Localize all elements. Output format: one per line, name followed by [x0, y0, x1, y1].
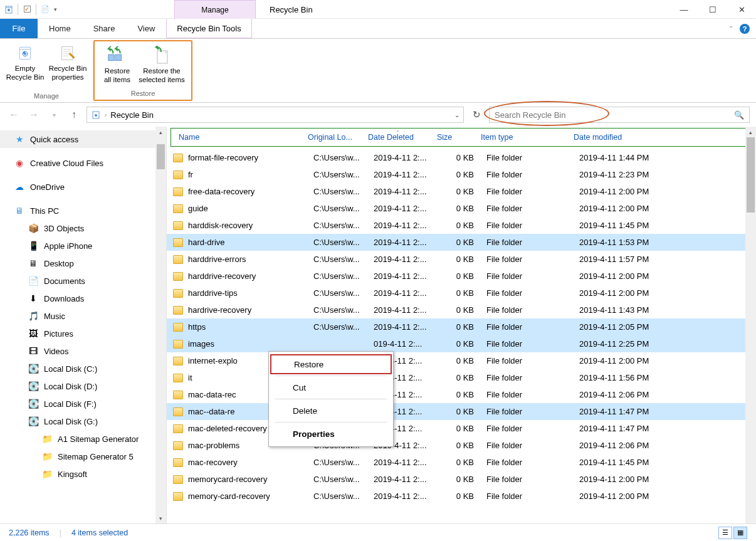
- table-row[interactable]: mac-recoveryC:\Users\w...2019-4-11 2:...…: [167, 454, 745, 471]
- sidebar-creative-cloud[interactable]: ◉Creative Cloud Files: [0, 154, 166, 172]
- qat-folder-icon[interactable]: 📄: [39, 3, 51, 16]
- table-row[interactable]: mac-deleted-recoveryC:\Users\w...019-4-1…: [167, 420, 745, 437]
- sidebar-subitem[interactable]: 📁Sitemap Generator 5: [0, 448, 166, 465]
- help-icon[interactable]: ?: [740, 24, 750, 34]
- table-row[interactable]: mac-problemsC:\Users\w...2019-4-11 2:...…: [167, 437, 745, 454]
- sidebar-item[interactable]: 🖥Desktop: [0, 255, 166, 272]
- sidebar-item[interactable]: 💽Local Disk (F:): [0, 395, 166, 412]
- col-size[interactable]: Size: [432, 133, 476, 142]
- table-row[interactable]: mac--data-re019-4-11 2:...0 KBFile folde…: [167, 403, 745, 420]
- qat-checkbox-icon[interactable]: ✓: [21, 3, 33, 16]
- address-bar[interactable]: › Recycle Bin ⌄: [87, 107, 464, 123]
- sidebar-subitem[interactable]: 📁A1 Sitemap Generator: [0, 430, 166, 448]
- table-row[interactable]: hardrive-recoveryC:\Users\w...2019-4-11 …: [167, 302, 745, 318]
- minimize-button[interactable]: —: [669, 0, 698, 19]
- properties-icon: [58, 43, 78, 63]
- folder-icon: [173, 323, 183, 332]
- thumbnail-view-button[interactable]: ▦: [733, 527, 747, 539]
- table-row[interactable]: harddrive-errorsC:\Users\w...2019-4-11 2…: [167, 251, 745, 268]
- sidebar-item[interactable]: 🎞Videos: [0, 342, 166, 360]
- sidebar-item[interactable]: 📦3D Objects: [0, 219, 166, 237]
- sidebar-item[interactable]: 🎵Music: [0, 307, 166, 325]
- sidebar-quick-access[interactable]: ★Quick access: [0, 130, 166, 148]
- table-row[interactable]: mac-data-rec019-4-11 2:...0 KBFile folde…: [167, 386, 745, 403]
- nav-icon: ⬇: [28, 293, 39, 304]
- ribbon-collapse-icon[interactable]: ⌃: [728, 25, 733, 32]
- maximize-button[interactable]: ☐: [698, 0, 727, 19]
- cell-modified: 2019-4-11 2:00 PM: [579, 288, 686, 298]
- table-row[interactable]: it019-4-11 2:...0 KBFile folder2019-4-11…: [167, 369, 745, 386]
- table-row[interactable]: harddrive-tipsC:\Users\w...2019-4-11 2:.…: [167, 285, 745, 302]
- search-bar[interactable]: 🔍: [489, 107, 750, 123]
- table-row[interactable]: harddrive-recoveryC:\Users\w...2019-4-11…: [167, 268, 745, 285]
- recycle-bin-properties-button[interactable]: Recycle Bin properties: [46, 41, 89, 81]
- restore-all-button[interactable]: Restore all items: [98, 44, 136, 84]
- sidebar-subitem[interactable]: 📁Kingsoft: [0, 465, 166, 483]
- tab-recycle-bin-tools[interactable]: Recycle Bin Tools: [166, 19, 251, 38]
- table-row[interactable]: hard-driveC:\Users\w...2019-4-11 2:...0 …: [167, 234, 745, 251]
- search-input[interactable]: [495, 110, 734, 120]
- scroll-up-icon[interactable]: ▴: [155, 127, 166, 137]
- scrollbar-thumb[interactable]: [157, 144, 165, 169]
- file-list: Name Original Lo... ⌄Date Deleted Size I…: [167, 127, 756, 523]
- restore-selected-button[interactable]: Restore the selected items: [136, 44, 187, 84]
- sidebar-item[interactable]: 💽Local Disk (G:): [0, 412, 166, 430]
- table-row[interactable]: httpsC:\Users\w...2019-4-11 2:...0 KBFil…: [167, 318, 745, 335]
- restore-selected-icon: [152, 45, 172, 65]
- breadcrumb-location[interactable]: Recycle Bin: [110, 110, 154, 120]
- table-row[interactable]: internet-explo019-4-11 2:...0 KBFile fol…: [167, 352, 745, 369]
- scroll-up-icon[interactable]: ▴: [745, 127, 756, 137]
- col-date-deleted[interactable]: ⌄Date Deleted: [363, 133, 432, 142]
- cell-type: File folder: [486, 407, 579, 416]
- context-cut[interactable]: Cut: [270, 377, 392, 397]
- col-name[interactable]: Name: [174, 133, 303, 142]
- sidebar-onedrive[interactable]: ☁OneDrive: [0, 178, 166, 196]
- search-icon[interactable]: 🔍: [734, 110, 744, 120]
- scrollbar-thumb[interactable]: [747, 137, 755, 213]
- chevron-right-icon[interactable]: ›: [105, 112, 107, 118]
- address-dropdown[interactable]: ⌄: [454, 112, 459, 118]
- col-item-type[interactable]: Item type: [476, 133, 569, 142]
- main: ★Quick access ◉Creative Cloud Files ☁One…: [0, 127, 756, 523]
- col-original-location[interactable]: Original Lo...: [303, 133, 363, 142]
- tab-share[interactable]: Share: [82, 19, 127, 38]
- empty-recycle-bin-button[interactable]: Empty Recycle Bin: [4, 41, 46, 81]
- nav-icon: 📱: [28, 240, 39, 251]
- table-row[interactable]: format-file-recoveryC:\Users\w...2019-4-…: [167, 149, 745, 166]
- table-row[interactable]: images019-4-11 2:...0 KBFile folder2019-…: [167, 335, 745, 352]
- sidebar-item[interactable]: 💽Local Disk (C:): [0, 360, 166, 377]
- table-row[interactable]: memorycard-recoveryC:\Users\w...2019-4-1…: [167, 471, 745, 488]
- col-date-modified[interactable]: Date modified: [569, 133, 675, 142]
- sidebar-scrollbar[interactable]: ▴ ▾: [155, 127, 166, 523]
- context-restore[interactable]: Restore: [270, 354, 392, 374]
- nav-forward-button[interactable]: →: [26, 107, 41, 122]
- context-properties[interactable]: Properties: [270, 424, 392, 444]
- close-button[interactable]: ✕: [727, 0, 756, 19]
- table-row[interactable]: guideC:\Users\w...2019-4-11 2:...0 KBFil…: [167, 200, 745, 217]
- table-row[interactable]: harddisk-recoveryC:\Users\w...2019-4-11 …: [167, 217, 745, 234]
- sidebar-item[interactable]: ⬇Downloads: [0, 290, 166, 307]
- table-row[interactable]: memory-card-recoveryC:\Users\w...2019-4-…: [167, 488, 745, 505]
- sidebar-item[interactable]: 🖼Pictures: [0, 325, 166, 342]
- nav-up-button[interactable]: ↑: [66, 107, 81, 122]
- cell-modified: 2019-4-11 1:43 PM: [579, 305, 686, 315]
- sidebar-item[interactable]: 💽Local Disk (D:): [0, 377, 166, 395]
- list-scrollbar[interactable]: ▴: [745, 127, 756, 523]
- sidebar-item[interactable]: 📄Documents: [0, 272, 166, 290]
- sidebar-item[interactable]: 📱Apple iPhone: [0, 237, 166, 255]
- details-view-button[interactable]: ☰: [718, 527, 732, 539]
- nav-history-dropdown[interactable]: ▾: [46, 107, 61, 122]
- tab-view[interactable]: View: [126, 19, 166, 38]
- sidebar-this-pc[interactable]: 🖥This PC: [0, 202, 166, 219]
- scroll-down-icon[interactable]: ▾: [155, 513, 166, 523]
- table-row[interactable]: frC:\Users\w...2019-4-11 2:...0 KBFile f…: [167, 166, 745, 183]
- tab-home[interactable]: Home: [38, 19, 82, 38]
- table-row[interactable]: free-data-recoveryC:\Users\w...2019-4-11…: [167, 183, 745, 200]
- context-delete[interactable]: Delete: [270, 401, 392, 421]
- refresh-button[interactable]: ↻: [469, 109, 484, 120]
- tab-file[interactable]: File: [0, 19, 38, 38]
- nav-back-button[interactable]: ←: [6, 107, 21, 122]
- cell-modified: 2019-4-11 2:05 PM: [579, 322, 686, 332]
- qat-dropdown[interactable]: ▾: [53, 6, 58, 13]
- contextual-tab-manage[interactable]: Manage: [174, 0, 256, 19]
